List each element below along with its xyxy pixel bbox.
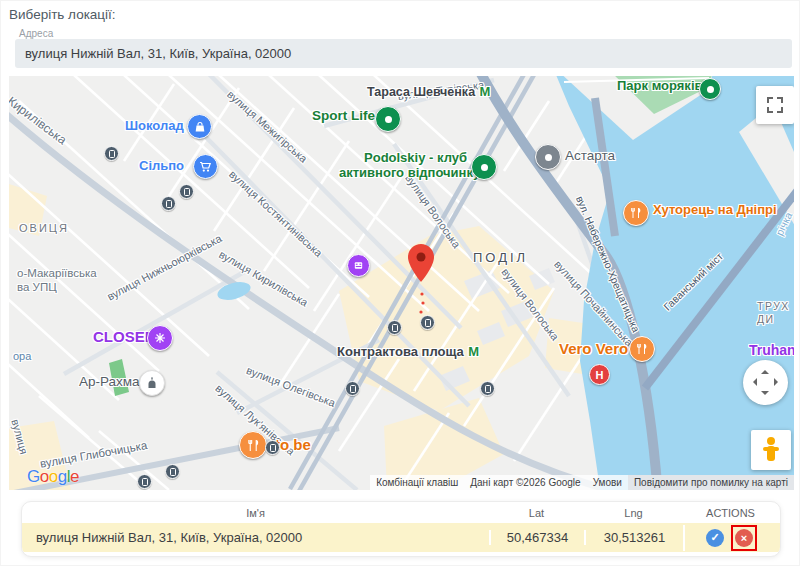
astarta-poi-icon[interactable] bbox=[535, 144, 561, 170]
church-label: о-Макаріївська ва УПЦ bbox=[17, 266, 97, 294]
transit-stop-icon[interactable] bbox=[420, 315, 435, 330]
annotation-highlight-box: × bbox=[731, 525, 757, 551]
poi-label-podolskiy: Podolskiy - клуб активного відпочинку bbox=[339, 150, 467, 180]
location-picker-page: Виберіть локації: Адреса bbox=[0, 0, 800, 566]
poi-label-park-moryakiv: Парк моряків bbox=[617, 78, 702, 93]
transit-stop-icon[interactable] bbox=[265, 440, 280, 455]
club-poi-icon[interactable] bbox=[471, 154, 497, 180]
transit-stop-icon[interactable] bbox=[104, 146, 119, 161]
table-row[interactable]: вулиця Нижній Вал, 31, Київ, Україна, 02… bbox=[22, 523, 780, 552]
transit-stop-icon[interactable] bbox=[137, 474, 152, 489]
fullscreen-button[interactable] bbox=[756, 86, 794, 124]
theater-icon[interactable] bbox=[347, 254, 370, 277]
restaurant-icon[interactable] bbox=[629, 336, 655, 362]
metro-m-icon: М bbox=[480, 84, 491, 99]
pegman-icon bbox=[762, 437, 780, 463]
poi-label-silpo: Сільпо bbox=[139, 158, 184, 173]
transit-stop-icon[interactable] bbox=[165, 464, 180, 479]
delete-location-button[interactable]: × bbox=[735, 529, 753, 547]
poi-label-to-be: to be bbox=[275, 436, 311, 453]
column-header-lng: Lng bbox=[584, 507, 683, 519]
row-name-cell: вулиця Нижній Вал, 31, Київ, Україна, 02… bbox=[22, 530, 489, 545]
column-header-name: Ім'я bbox=[22, 507, 489, 519]
map-data-attribution: Дані карт ©2026 Google bbox=[464, 475, 586, 490]
shopping-cart-icon[interactable] bbox=[193, 154, 218, 179]
transit-stop-icon[interactable] bbox=[179, 184, 194, 199]
poi-label-khutorets: Хуторець на Дніпрі bbox=[653, 202, 777, 217]
keyboard-shortcuts-link[interactable]: Комбінації клавіш bbox=[370, 475, 464, 490]
row-actions-cell: ✓ × bbox=[683, 525, 778, 551]
transit-stop-icon[interactable] bbox=[387, 320, 402, 335]
restaurant-icon[interactable] bbox=[623, 200, 649, 226]
table-header-row: Ім'я Lat Lng ACTIONS bbox=[22, 502, 780, 523]
street-view-pegman-button[interactable] bbox=[751, 430, 791, 470]
transit-stop-icon[interactable] bbox=[161, 196, 176, 211]
locations-table: Ім'я Lat Lng ACTIONS вулиця Нижній Вал, … bbox=[21, 501, 781, 557]
metro-station-taras-shevchenko[interactable]: Тараса Шевченка М bbox=[367, 82, 490, 100]
district-label-yurkovytsia: ОВИЦЯ bbox=[19, 222, 69, 234]
island-label-truhaniv: Truhani bbox=[749, 342, 794, 358]
mosque-icon[interactable] bbox=[139, 370, 165, 396]
google-map[interactable]: ОВИЦЯ ПОДІЛ ТРУХ ДИ Truhani о-Макаріївсь… bbox=[9, 76, 794, 490]
poi-label-sport-life: Sport Life bbox=[312, 108, 375, 123]
report-map-error-link[interactable]: Повідомити про помилку на карті bbox=[628, 475, 794, 490]
google-logo[interactable]: Google bbox=[27, 467, 79, 487]
poi-label-ar-rahma: Ар-Рахма bbox=[79, 374, 140, 389]
pan-down-icon bbox=[761, 391, 769, 399]
hill-label: ора bbox=[13, 350, 31, 362]
terms-link[interactable]: Умови bbox=[587, 475, 628, 490]
district-label-truhaniv: ТРУХ ДИ bbox=[757, 300, 790, 326]
gym-poi-icon[interactable] bbox=[375, 106, 401, 132]
transit-stop-icon[interactable] bbox=[345, 381, 360, 396]
pan-right-icon bbox=[774, 378, 782, 386]
hospital-icon[interactable]: H bbox=[589, 364, 610, 385]
closer-club-icon[interactable] bbox=[147, 325, 173, 351]
confirm-location-button[interactable]: ✓ bbox=[706, 529, 724, 547]
transit-stop-icon[interactable] bbox=[480, 381, 495, 396]
fullscreen-icon bbox=[767, 97, 773, 103]
row-lng-cell: 30,513261 bbox=[584, 530, 683, 545]
metro-station-kontraktova[interactable]: Контрактова площа М bbox=[337, 342, 479, 360]
pan-control[interactable] bbox=[743, 360, 788, 405]
restaurant-icon[interactable] bbox=[239, 431, 267, 459]
poi-label-vero-vero: Vero Vero bbox=[559, 340, 628, 357]
poi-label-astarta: Астарта bbox=[565, 148, 615, 163]
location-marker-pin[interactable] bbox=[408, 244, 434, 282]
address-field-label: Адреса bbox=[19, 28, 53, 39]
column-header-lat: Lat bbox=[489, 507, 584, 519]
shopping-bag-icon[interactable] bbox=[187, 114, 212, 139]
page-title: Виберіть локації: bbox=[9, 7, 116, 22]
park-poi-icon[interactable] bbox=[699, 78, 721, 100]
pan-up-icon bbox=[761, 366, 769, 374]
district-label-podil: ПОДІЛ bbox=[473, 250, 528, 265]
metro-m-icon: М bbox=[468, 344, 479, 359]
pan-left-icon bbox=[749, 378, 757, 386]
address-input[interactable] bbox=[15, 39, 792, 68]
map-attribution-bar: Комбінації клавіш Дані карт ©2026 Google… bbox=[370, 475, 794, 490]
poi-label-shokolad: Шоколад bbox=[125, 118, 184, 133]
column-header-actions: ACTIONS bbox=[683, 507, 778, 519]
row-lat-cell: 50,467334 bbox=[489, 530, 584, 545]
